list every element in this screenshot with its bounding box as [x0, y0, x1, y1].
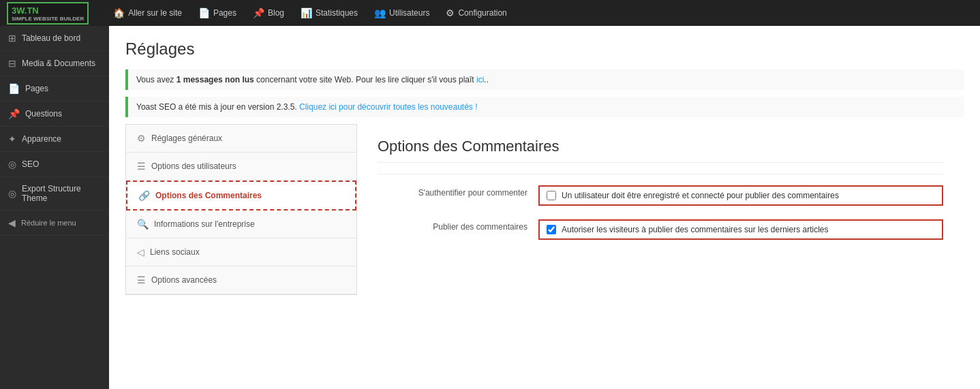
main-content: Réglages Vous avez 1 messages non lus co…	[109, 26, 980, 389]
menu-item-reglages-generaux[interactable]: ⚙ Réglages généraux	[126, 125, 356, 153]
gear-menu-icon: ⚙	[137, 133, 146, 144]
info-menu-icon: 🔍	[137, 219, 149, 230]
option-control-authenticate: Un utilisateur doit être enregistré et c…	[538, 185, 943, 206]
sidebar-item-questions[interactable]: 📌 Questions	[0, 102, 109, 127]
option-row-authenticate: S'authentifier pour commenter Un utilisa…	[378, 185, 943, 206]
menu-item-label: Options avancées	[151, 275, 217, 285]
checkbox-publish[interactable]	[547, 225, 556, 234]
logo-sub: SIMPLE WEBSITE BUILDER	[12, 16, 84, 22]
sidebar-item-label: Pages	[25, 84, 48, 93]
option-control-publish: Autoriser les visiteurs à publier des co…	[538, 219, 943, 240]
menu-item-label: Options des utilisateurs	[151, 161, 236, 171]
alert-highlight: 1 messages non lus	[177, 75, 254, 84]
pages-sidebar-icon: 📄	[8, 83, 20, 94]
menu-item-options-avancees[interactable]: ☰ Options avancées	[126, 266, 356, 294]
menu-item-informations-entreprise[interactable]: 🔍 Informations sur l'entreprise	[126, 211, 356, 238]
checkbox-authenticate[interactable]	[547, 191, 556, 200]
sidebar-item-apparence[interactable]: ✦ Apparence	[0, 127, 109, 152]
menu-item-label: Liens sociaux	[150, 247, 200, 257]
option-row-publish: Publier des commentaires Autoriser les v…	[378, 219, 943, 240]
top-navigation: 3W.TN SIMPLE WEBSITE BUILDER 🏠 Aller sur…	[0, 0, 980, 26]
option-control-text-publish: Autoriser les visiteurs à publier des co…	[562, 225, 828, 234]
sidebar-item-label: Media & Documents	[22, 59, 95, 68]
panel-divider	[378, 174, 943, 174]
alert-link[interactable]: ici	[476, 75, 484, 84]
sidebar-item-tableau-de-bord[interactable]: ⊞ Tableau de bord	[0, 26, 109, 51]
alert-text-end: ..	[484, 75, 489, 84]
alert-text-after: concernant votre site Web. Pour les lire…	[254, 75, 476, 84]
nav-aller-sur-le-site[interactable]: 🏠 Aller sur le site	[106, 5, 189, 21]
alert-messages: Vous avez 1 messages non lus concernant …	[125, 69, 964, 90]
sidebar: ⊞ Tableau de bord ⊟ Media & Documents 📄 …	[0, 26, 109, 389]
logo: 3W.TN SIMPLE WEBSITE BUILDER	[7, 2, 93, 25]
sidebar-item-export-structure-theme[interactable]: ◎ Export Structure Theme	[0, 177, 109, 211]
nav-label: Aller sur le site	[128, 8, 182, 18]
nav-blog[interactable]: 📌 Blog	[246, 5, 291, 21]
comment-menu-icon: 🔗	[138, 190, 150, 201]
blog-icon: 📌	[253, 7, 264, 18]
menu-item-liens-sociaux[interactable]: ◁ Liens sociaux	[126, 238, 356, 266]
settings-menu: ⚙ Réglages généraux ☰ Options des utilis…	[125, 124, 357, 295]
settings-layout: ⚙ Réglages généraux ☰ Options des utilis…	[125, 124, 964, 295]
nav-label: Configuration	[458, 8, 506, 18]
social-menu-icon: ◁	[137, 247, 144, 258]
top-nav-items: 🏠 Aller sur le site 📄 Pages 📌 Blog 📊 Sta…	[106, 5, 514, 21]
sidebar-item-label: Réduire le menu	[21, 219, 76, 227]
config-icon: ⚙	[446, 7, 455, 18]
logo-box: 3W.TN SIMPLE WEBSITE BUILDER	[7, 2, 89, 25]
nav-label: Statistiques	[316, 8, 358, 18]
menu-item-label: Réglages généraux	[151, 134, 222, 143]
menu-item-label: Informations sur l'entreprise	[154, 219, 255, 229]
nav-pages[interactable]: 📄 Pages	[192, 5, 243, 21]
settings-panel: Options des Commentaires S'authentifier …	[357, 124, 964, 295]
sidebar-item-label: Apparence	[22, 134, 61, 144]
option-control-text-authenticate: Un utilisateur doit être enregistré et c…	[562, 191, 839, 200]
dashboard-icon: ⊞	[8, 33, 16, 44]
nav-utilisateurs[interactable]: 👥 Utilisateurs	[367, 5, 436, 21]
sidebar-item-label: Tableau de bord	[22, 33, 80, 43]
menu-item-label: Options des Commentaires	[155, 191, 262, 200]
alert-yoast-before: Yoast SEO a été mis à jour en version 2.…	[136, 102, 299, 112]
sidebar-item-media-documents[interactable]: ⊟ Media & Documents	[0, 51, 109, 76]
nav-configuration[interactable]: ⚙ Configuration	[439, 5, 513, 21]
nav-label: Utilisateurs	[389, 8, 429, 18]
sidebar-item-label: SEO	[22, 159, 39, 169]
advanced-menu-icon: ☰	[137, 275, 146, 285]
stats-icon: 📊	[301, 7, 312, 18]
sidebar-item-seo[interactable]: ◎ SEO	[0, 152, 109, 177]
nav-label: Blog	[268, 8, 284, 18]
nav-label: Pages	[213, 8, 236, 18]
sidebar-item-label: Export Structure Theme	[22, 184, 101, 203]
reduce-icon: ◀	[8, 217, 16, 228]
alert-yoast: Yoast SEO a été mis à jour en version 2.…	[125, 97, 964, 117]
questions-icon: 📌	[8, 108, 20, 119]
menu-item-options-commentaires[interactable]: 🔗 Options des Commentaires	[126, 181, 356, 211]
sidebar-item-pages[interactable]: 📄 Pages	[0, 76, 109, 102]
alert-text-before: Vous avez	[136, 75, 177, 84]
sidebar-item-reduce-menu[interactable]: ◀ Réduire le menu	[0, 211, 109, 236]
sidebar-item-label: Questions	[25, 109, 62, 119]
page-title: Réglages	[125, 40, 964, 59]
option-label-publish: Publier des commentaires	[378, 219, 527, 232]
pages-icon: 📄	[198, 7, 210, 18]
home-icon: 🏠	[113, 7, 125, 18]
nav-statistiques[interactable]: 📊 Statistiques	[294, 5, 365, 21]
main-layout: ⊞ Tableau de bord ⊟ Media & Documents 📄 …	[0, 26, 980, 389]
list-menu-icon: ☰	[137, 161, 146, 172]
media-icon: ⊟	[8, 58, 16, 69]
export-icon: ◎	[8, 188, 16, 199]
menu-item-options-utilisateurs[interactable]: ☰ Options des utilisateurs	[126, 153, 356, 181]
users-icon: 👥	[374, 7, 386, 18]
apparence-icon: ✦	[8, 134, 16, 144]
panel-title: Options des Commentaires	[378, 138, 943, 163]
alert-yoast-link[interactable]: Cliquez ici pour découvrir toutes les no…	[299, 102, 477, 112]
seo-icon: ◎	[8, 159, 16, 170]
option-label-authenticate: S'authentifier pour commenter	[378, 185, 527, 198]
logo-text: 3W.TN	[12, 5, 39, 16]
